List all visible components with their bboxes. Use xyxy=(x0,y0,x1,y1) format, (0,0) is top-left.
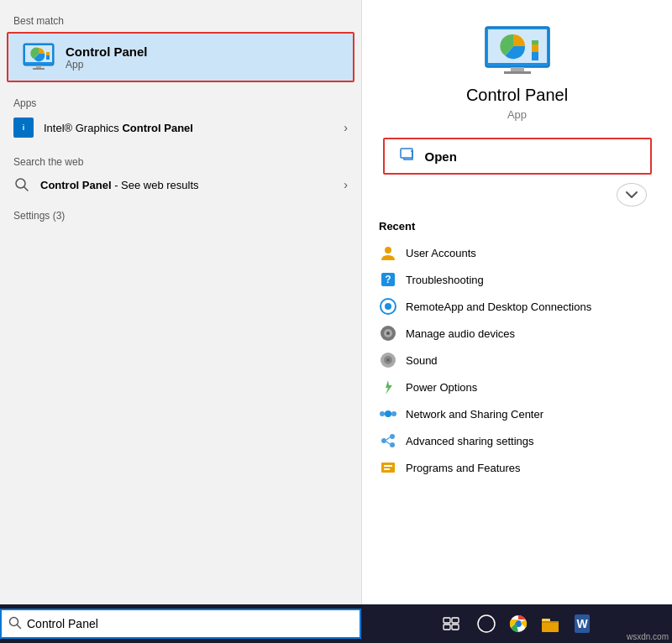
expand-button[interactable] xyxy=(617,183,647,206)
svg-point-22 xyxy=(385,303,391,310)
recent-item-sharing[interactable]: Advanced sharing settings xyxy=(370,427,664,454)
svg-rect-17 xyxy=(401,149,412,158)
svg-rect-44 xyxy=(452,618,459,623)
svg-point-25 xyxy=(386,332,390,335)
svg-point-28 xyxy=(386,358,390,362)
recent-item-troubleshooting[interactable]: ? Troubleshooting xyxy=(370,266,664,293)
svg-rect-38 xyxy=(381,463,395,473)
search-web-icon xyxy=(13,176,30,193)
recent-label: Recent xyxy=(362,220,415,233)
web-search-item[interactable]: Control Panel - See web results › xyxy=(0,171,361,198)
search-input-value: Control Panel xyxy=(27,617,98,630)
app-large-icon xyxy=(484,25,551,76)
recent-item-programs[interactable]: Programs and Features xyxy=(370,454,664,481)
programs-icon xyxy=(379,458,397,477)
recent-item-user-accounts[interactable]: User Accounts xyxy=(370,239,664,266)
recent-item-label: RemoteApp and Desktop Connections xyxy=(406,301,591,313)
recent-item-label: Sound xyxy=(406,354,438,367)
svg-rect-4 xyxy=(46,52,50,55)
network-icon xyxy=(379,405,397,423)
svg-rect-5 xyxy=(36,65,41,68)
taskbar-icons: W xyxy=(361,610,672,637)
cortana-icon[interactable] xyxy=(473,610,500,637)
svg-text:?: ? xyxy=(385,274,391,285)
right-panel: Control Panel App Open Recent xyxy=(361,0,672,604)
svg-rect-14 xyxy=(532,40,538,44)
svg-point-47 xyxy=(478,615,495,632)
search-icon xyxy=(8,616,22,632)
sharing-icon xyxy=(379,431,397,450)
search-box[interactable]: Control Panel xyxy=(0,609,361,639)
best-match-title: Control Panel xyxy=(66,44,148,59)
svg-rect-43 xyxy=(444,618,450,623)
svg-point-33 xyxy=(381,438,386,443)
apps-label: Apps xyxy=(0,92,361,112)
svg-rect-46 xyxy=(452,625,459,630)
svg-rect-16 xyxy=(504,71,531,74)
svg-point-35 xyxy=(390,442,395,447)
sound-icon xyxy=(379,351,397,369)
user-accounts-icon xyxy=(379,243,397,262)
troubleshooting-icon: ? xyxy=(379,270,397,289)
app-large-subtitle: App xyxy=(507,108,527,121)
best-match-text: Control Panel App xyxy=(66,44,148,71)
word-icon[interactable]: W xyxy=(569,610,596,637)
intel-icon: i xyxy=(13,118,34,138)
intel-app-name: Intel® Graphics Control Panel xyxy=(44,122,344,134)
web-chevron-icon: › xyxy=(344,178,348,191)
open-icon xyxy=(400,148,417,165)
svg-point-30 xyxy=(380,411,385,416)
svg-rect-39 xyxy=(384,465,392,467)
svg-line-36 xyxy=(386,437,390,440)
recent-item-label: Network and Sharing Center xyxy=(406,408,543,421)
control-panel-icon xyxy=(22,40,55,74)
recent-list: User Accounts ? Troubleshooting RemoteAp… xyxy=(362,239,672,481)
recent-item-label: Manage audio devices xyxy=(406,327,515,340)
svg-rect-45 xyxy=(444,625,450,630)
chrome-icon[interactable] xyxy=(505,610,532,637)
svg-rect-52 xyxy=(542,621,559,623)
remoteapp-icon xyxy=(379,297,397,316)
web-search-text: Control Panel - See web results xyxy=(40,179,344,191)
svg-point-18 xyxy=(385,247,391,254)
svg-rect-40 xyxy=(384,468,390,470)
open-button-wrap: Open xyxy=(383,138,652,175)
taskbar: Control Panel xyxy=(0,604,672,643)
recent-item-label: Power Options xyxy=(406,381,477,394)
svg-line-37 xyxy=(386,442,390,444)
svg-rect-12 xyxy=(532,52,538,60)
svg-rect-3 xyxy=(46,55,50,60)
recent-item-label: Programs and Features xyxy=(406,462,521,474)
app-large-title: Control Panel xyxy=(466,86,568,105)
taskview-icon[interactable] xyxy=(438,610,465,637)
file-explorer-icon[interactable] xyxy=(537,610,564,637)
web-label: Search the web xyxy=(0,151,361,171)
best-match-subtitle: App xyxy=(66,59,148,71)
recent-item-sound[interactable]: Sound xyxy=(370,347,664,374)
open-label: Open xyxy=(425,149,457,164)
svg-rect-13 xyxy=(532,44,538,52)
audio-icon xyxy=(379,324,397,342)
svg-line-42 xyxy=(18,625,21,628)
best-match-label: Best match xyxy=(0,10,361,30)
svg-line-8 xyxy=(24,187,29,191)
chevron-right-icon: › xyxy=(344,121,348,134)
intel-graphics-item[interactable]: i Intel® Graphics Control Panel › xyxy=(0,112,361,143)
svg-rect-6 xyxy=(33,68,45,70)
recent-item-network[interactable]: Network and Sharing Center xyxy=(370,400,664,427)
recent-item-label: Advanced sharing settings xyxy=(406,435,533,447)
svg-text:W: W xyxy=(576,617,588,630)
svg-point-31 xyxy=(391,411,396,416)
left-panel: Best match xyxy=(0,0,361,604)
settings-label: Settings (3) xyxy=(0,205,361,225)
recent-item-remoteapp[interactable]: RemoteApp and Desktop Connections xyxy=(370,293,664,320)
recent-item-label: Troubleshooting xyxy=(406,274,484,286)
svg-rect-15 xyxy=(511,67,524,71)
power-icon xyxy=(379,378,397,396)
recent-item-audio[interactable]: Manage audio devices xyxy=(370,320,664,347)
svg-point-34 xyxy=(390,434,395,439)
recent-item-power[interactable]: Power Options xyxy=(370,374,664,400)
open-button[interactable]: Open xyxy=(386,141,648,171)
recent-item-label: User Accounts xyxy=(406,247,476,259)
best-match-item[interactable]: Control Panel App xyxy=(7,32,354,82)
